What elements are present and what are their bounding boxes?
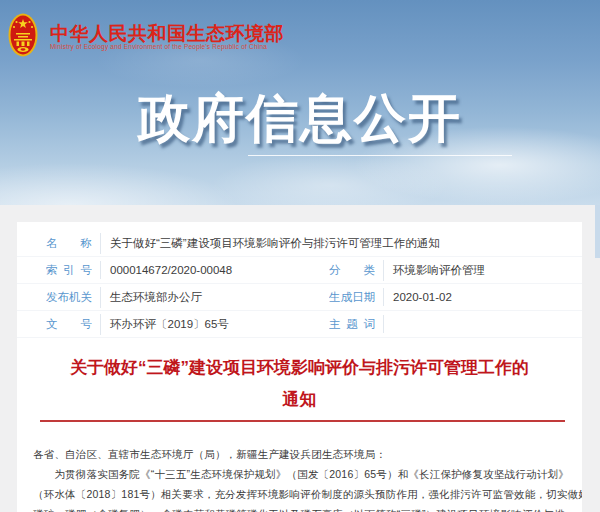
document-title-line1: 关于做好“三磷”建设项目环境影响评价与排污许可管理工作的 (17, 352, 582, 384)
info-card: 名称 关于做好“三磷”建设项目环境影响评价与排污许可管理工作的通知 索引号 00… (17, 222, 582, 512)
meta-cell-docno: 文号 环办环评〔2019〕65号 (17, 311, 300, 337)
body-line: （环水体〔2018〕181号）相关要求，充分发挥环境影响评价制度的源头预防作用，… (33, 484, 566, 504)
meta-cell-keywords: 主题词 (300, 311, 582, 337)
meta-label-date: 生成日期 (329, 290, 375, 305)
meta-label-docno: 文号 (46, 317, 92, 332)
meta-label-issuer: 发布机关 (46, 290, 92, 305)
meta-label-name: 名称 (46, 236, 92, 251)
scrollbar-thumb[interactable] (595, 205, 600, 258)
banner-title: 政府信息公开 (0, 84, 600, 154)
meta-value-category: 环境影响评价管理 (383, 260, 489, 281)
meta-cell-name: 名称 关于做好“三磷”建设项目环境影响评价与排污许可管理工作的通知 (17, 230, 582, 256)
body-line: 为贯彻落实国务院《“十三五”生态环境保护规划》（国发〔2016〕65号）和《长江… (33, 464, 566, 484)
meta-value-name: 关于做好“三磷”建设项目环境影响评价与排污许可管理工作的通知 (100, 233, 444, 254)
meta-value-issuer: 生态环境部办公厅 (100, 287, 206, 308)
meta-label-category: 分类 (329, 263, 375, 278)
meta-cell-index: 索引号 000014672/2020-00048 (17, 257, 300, 283)
meta-value-keywords (383, 315, 397, 333)
meta-label-keywords: 主题词 (329, 317, 375, 332)
meta-row-index-category: 索引号 000014672/2020-00048 分类 环境影响评价管理 (17, 257, 582, 284)
meta-cell-issuer: 发布机关 生态环境部办公厅 (17, 284, 300, 310)
meta-label-index: 索引号 (46, 263, 92, 278)
sky-header: 中华人民共和国生态环境部 Ministry of Ecology and Env… (0, 0, 600, 205)
meta-cell-date: 生成日期 2020-01-02 (300, 284, 582, 310)
title-divider (40, 420, 565, 422)
document-title-line2: 通知 (17, 384, 582, 416)
meta-row-docno-keywords: 文号 环办环评〔2019〕65号 主题词 (17, 311, 582, 338)
meta-cell-category: 分类 环境影响评价管理 (300, 257, 582, 283)
banner-underline (248, 155, 512, 156)
national-emblem-icon (8, 13, 38, 57)
page: 中华人民共和国生态环境部 Ministry of Ecology and Env… (0, 0, 600, 512)
meta-table: 名称 关于做好“三磷”建设项目环境影响评价与排污许可管理工作的通知 索引号 00… (17, 222, 582, 338)
body-line: 各省、自治区、直辖市生态环境厅（局），新疆生产建设兵团生态环境局： (33, 444, 566, 464)
meta-row-name: 名称 关于做好“三磷”建设项目环境影响评价与排污许可管理工作的通知 (17, 230, 582, 257)
meta-value-date: 2020-01-02 (383, 288, 456, 306)
document-title: 关于做好“三磷”建设项目环境影响评价与排污许可管理工作的 通知 (17, 352, 582, 416)
meta-row-issuer-date: 发布机关 生态环境部办公厅 生成日期 2020-01-02 (17, 284, 582, 311)
meta-value-index: 000014672/2020-00048 (100, 261, 236, 279)
meta-value-docno: 环办环评〔2019〕65号 (100, 314, 233, 335)
document-body: 各省、自治区、直辖市生态环境厅（局），新疆生产建设兵团生态环境局： 为贯彻落实国… (17, 444, 582, 512)
body-line: 磷矿、磷肥（含磷复肥）、含磷农药和黄磷等磷化工以及磷石膏库（以下简称“三磷”）建… (33, 504, 566, 512)
ministry-name-en: Ministry of Ecology and Environment of t… (50, 43, 267, 50)
